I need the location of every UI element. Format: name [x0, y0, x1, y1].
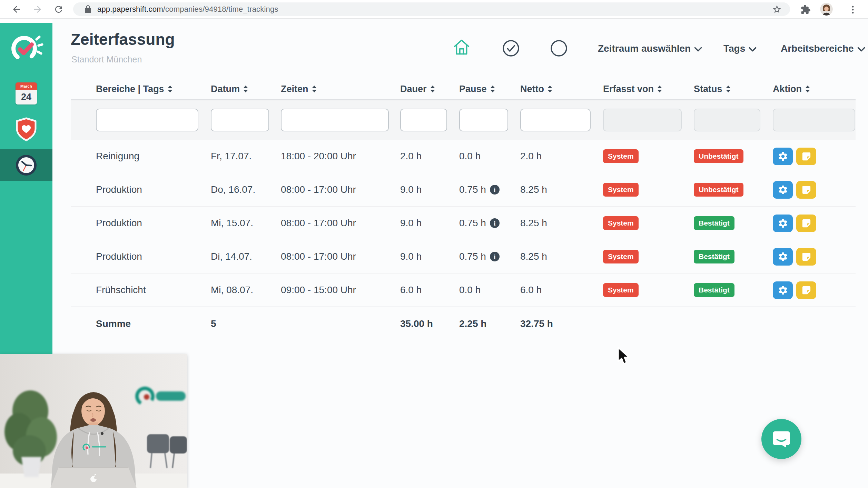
note-icon — [801, 251, 812, 262]
check-circle-icon[interactable] — [502, 39, 520, 57]
pause-value: 0.75 h — [459, 184, 486, 195]
sidebar-item-time-tracking[interactable] — [0, 149, 52, 181]
browser-reload-icon[interactable] — [53, 3, 65, 15]
address-bar[interactable]: app.papershift.com/companies/94918/time_… — [73, 2, 790, 16]
column-header-netto[interactable]: Netto — [520, 84, 603, 94]
cell-datum: Di, 14.07. — [211, 251, 281, 262]
gear-icon — [778, 185, 788, 195]
papershift-logo[interactable] — [8, 30, 43, 66]
column-header-dauer[interactable]: Dauer — [400, 84, 459, 94]
cell-dauer: 2.0 h — [400, 151, 459, 162]
cell-status: Bestätigt — [694, 283, 773, 297]
settings-button[interactable] — [773, 248, 793, 266]
erfasst-von-badge: System — [603, 250, 639, 263]
browser-menu-icon[interactable] — [847, 4, 859, 16]
filter-input-erfasst-von — [603, 109, 682, 131]
screen: app.papershift.com/companies/94918/time_… — [0, 0, 868, 488]
pause-value: 0.75 h — [459, 218, 486, 229]
zeitraum-dropdown-label: Zeitraum auswählen — [598, 43, 691, 54]
sort-icon — [726, 86, 731, 92]
settings-button[interactable] — [773, 281, 793, 299]
column-header-datum[interactable]: Datum — [211, 84, 281, 94]
cell-netto: 2.0 h — [520, 151, 603, 162]
filter-input-bereiche[interactable] — [96, 109, 198, 131]
column-header-bereiche[interactable]: Bereiche | Tags — [96, 84, 211, 94]
erfasst-von-badge: System — [603, 283, 639, 297]
filter-input-aktion — [773, 109, 855, 131]
cell-datum: Do, 16.07. — [211, 184, 281, 195]
cell-aktion — [773, 281, 856, 299]
table-row: Frühschicht Mi, 08.07. 09:00 - 15:00 Uhr… — [71, 273, 856, 307]
status-badge: Unbestätigt — [694, 183, 743, 197]
filter-input-pause[interactable] — [459, 109, 508, 131]
url-path: /companies/94918/time_trackings — [163, 5, 278, 13]
column-header-zeiten[interactable]: Zeiten — [281, 84, 400, 94]
gear-icon — [778, 285, 788, 296]
table-header: Bereiche | Tags Datum Zeiten Dauer Pause… — [96, 79, 856, 99]
cell-datum: Mi, 15.07. — [211, 218, 281, 229]
note-button[interactable] — [796, 281, 816, 299]
cell-erfasst-von: System — [603, 149, 694, 163]
summary-dauer: 35.00 h — [400, 318, 459, 329]
empty-circle-icon[interactable] — [550, 39, 568, 57]
chat-launcher-button[interactable] — [761, 419, 801, 459]
cell-dauer: 6.0 h — [400, 285, 459, 296]
calendar-icon[interactable]: March 24 — [16, 82, 37, 104]
filter-input-dauer[interactable] — [400, 109, 447, 131]
note-button[interactable] — [796, 215, 816, 232]
filter-input-status — [694, 109, 760, 131]
cell-datum: Fr, 17.07. — [211, 151, 281, 162]
arbeitsbereiche-dropdown[interactable]: Arbeitsbereiche — [781, 43, 865, 54]
arbeitsbereiche-dropdown-label: Arbeitsbereiche — [781, 43, 854, 54]
extensions-icon[interactable] — [800, 4, 811, 16]
info-icon[interactable] — [490, 218, 500, 228]
cell-netto: 6.0 h — [520, 285, 603, 296]
settings-button[interactable] — [773, 148, 793, 165]
settings-button[interactable] — [773, 181, 793, 199]
note-button[interactable] — [796, 148, 816, 165]
cell-status: Bestätigt — [694, 250, 773, 263]
chevron-down-icon — [857, 47, 865, 52]
erfasst-von-badge: System — [603, 183, 639, 197]
filter-input-netto[interactable] — [520, 109, 591, 131]
info-icon[interactable] — [490, 185, 500, 195]
cell-dauer: 9.0 h — [400, 218, 459, 229]
page-subtitle: Standort München — [71, 54, 142, 64]
cell-zeiten: 18:00 - 20:00 Uhr — [281, 151, 400, 162]
gear-icon — [778, 218, 788, 229]
cell-aktion — [773, 181, 856, 199]
filter-input-zeiten[interactable] — [281, 109, 389, 131]
shield-icon[interactable] — [15, 117, 38, 142]
note-button[interactable] — [796, 181, 816, 199]
calendar-day: 24 — [16, 90, 37, 104]
tags-dropdown[interactable]: Tags — [723, 43, 757, 54]
cell-bereich: Produktion — [96, 251, 211, 262]
cell-bereich: Frühschicht — [96, 285, 211, 296]
zeitraum-dropdown[interactable]: Zeitraum auswählen — [598, 43, 702, 54]
summary-pause: 2.25 h — [459, 318, 520, 329]
cell-datum: Mi, 08.07. — [211, 285, 281, 296]
filter-input-datum[interactable] — [211, 109, 269, 131]
cell-netto: 8.25 h — [520, 218, 603, 229]
note-button[interactable] — [796, 248, 816, 266]
bookmark-star-icon[interactable] — [772, 4, 782, 14]
cell-pause: 0.0 h — [459, 151, 520, 162]
table-row: Reinigung Fr, 17.07. 18:00 - 20:00 Uhr 2… — [71, 140, 856, 173]
summary-label: Summe — [96, 318, 211, 329]
home-icon[interactable] — [453, 38, 471, 56]
browser-forward-icon[interactable] — [32, 3, 43, 15]
settings-button[interactable] — [773, 215, 793, 232]
cell-zeiten: 08:00 - 17:00 Uhr — [281, 184, 400, 195]
status-badge: Bestätigt — [694, 216, 734, 230]
cell-status: Unbestätigt — [694, 183, 773, 197]
sort-icon — [430, 86, 435, 92]
calendar-month: March — [16, 82, 37, 90]
column-header-erfasst-von[interactable]: Erfasst von — [603, 84, 694, 94]
column-header-status[interactable]: Status — [694, 84, 773, 94]
column-header-pause[interactable]: Pause — [459, 84, 520, 94]
table-row: Produktion Mi, 15.07. 08:00 - 17:00 Uhr … — [71, 207, 856, 240]
browser-back-icon[interactable] — [11, 3, 22, 15]
info-icon[interactable] — [490, 252, 500, 261]
browser-profile-avatar[interactable] — [820, 3, 833, 16]
column-header-aktion[interactable]: Aktion — [773, 84, 856, 94]
